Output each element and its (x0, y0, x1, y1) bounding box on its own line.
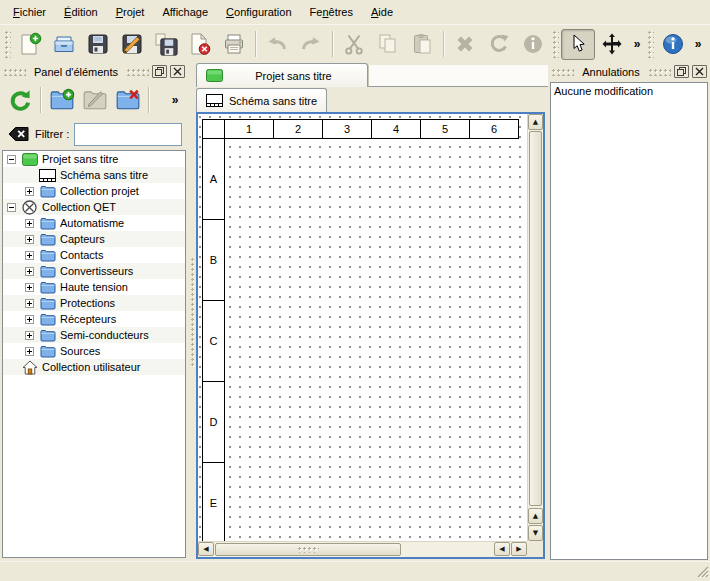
tree-item-recepteurs[interactable]: Récepteurs (3, 311, 185, 327)
dock-close-button[interactable] (170, 65, 185, 78)
scroll-left-button[interactable]: ◀ (198, 542, 214, 556)
project-tab[interactable]: Projet sans titre (196, 63, 368, 87)
toolbar-separator (443, 31, 444, 57)
dock-grip[interactable] (126, 68, 149, 76)
tree-expander-plus[interactable] (24, 283, 35, 292)
tree-item-projet-sans-titre[interactable]: Projet sans titre (3, 151, 185, 167)
menu-affichage[interactable]: Affichage (153, 2, 217, 22)
scroll-up-button[interactable]: ▲ (528, 114, 543, 130)
tree-expander-plus[interactable] (24, 219, 35, 228)
tree-item-contacts[interactable]: Contacts (3, 247, 185, 263)
save-icon (86, 32, 110, 56)
dock-float-button[interactable] (152, 65, 167, 78)
tree-item-convertisseurs[interactable]: Convertisseurs (3, 263, 185, 279)
tree-item-schema-sans-titre[interactable]: Schéma sans titre (3, 167, 185, 183)
cut-icon (342, 32, 366, 56)
folder-blue-icon (38, 329, 57, 342)
toolbar-separator (148, 87, 149, 113)
row-header-A: A (202, 139, 225, 220)
filter-input[interactable] (74, 123, 182, 146)
save-as-button[interactable] (115, 29, 149, 60)
tree-expander-minus[interactable] (6, 155, 17, 164)
tree-item-capteurs[interactable]: Capteurs (3, 231, 185, 247)
reload-collections-button[interactable] (3, 84, 36, 116)
delete-category-button[interactable] (111, 84, 144, 116)
toolbar-separator (255, 31, 256, 57)
tree-expander-plus[interactable] (24, 299, 35, 308)
scrollbar-corner (527, 541, 543, 557)
tree-item-collection-projet[interactable]: Collection projet (3, 183, 185, 199)
copy-button (371, 29, 405, 60)
tree-expander-plus[interactable] (24, 187, 35, 196)
delete-category-icon (115, 87, 141, 113)
diagram-frame: 123456 ABCDE (202, 119, 519, 139)
tree-item-collection-utilisateur[interactable]: Collection utilisateur (3, 359, 185, 375)
tree-item-protections[interactable]: Protections (3, 295, 185, 311)
tree-item-label: Projet sans titre (42, 153, 118, 165)
move-mode-button[interactable] (595, 29, 629, 60)
tree-expander-plus[interactable] (24, 251, 35, 260)
about-info-button[interactable] (656, 29, 690, 60)
frame-corner-cell (202, 119, 225, 139)
menu-projet[interactable]: Projet (107, 2, 154, 22)
schema-tab[interactable]: Schéma sans titre (196, 88, 327, 112)
main-toolbar: » » (0, 25, 710, 63)
save-button[interactable] (81, 29, 115, 60)
row-header-C: C (202, 301, 225, 382)
undo-history-item[interactable]: Aucune modification (551, 83, 707, 100)
open-project-icon (52, 32, 76, 56)
scroll-down-button[interactable]: ▼ (528, 525, 543, 541)
tree-item-haute-tension[interactable]: Haute tension (3, 279, 185, 295)
tree-expander-plus[interactable] (24, 331, 35, 340)
dock-grip[interactable] (3, 68, 26, 76)
dock-float-button[interactable] (674, 65, 689, 78)
horizontal-scroll-thumb[interactable] (215, 543, 401, 556)
tree-expander-plus[interactable] (24, 315, 35, 324)
splitter-grip (190, 257, 194, 367)
tree-item-automatisme[interactable]: Automatisme (3, 215, 185, 231)
tree-expander-plus[interactable] (24, 267, 35, 276)
panel-splitter[interactable] (188, 62, 196, 562)
toolbar-overflow-button[interactable]: » (629, 30, 645, 58)
print-button[interactable] (217, 29, 251, 60)
toolbar-overflow-button[interactable]: » (690, 30, 706, 58)
save-as-icon (120, 32, 144, 56)
menu-fenetres[interactable]: Fenêtres (301, 2, 362, 22)
scroll-left-button[interactable]: ◀ (494, 542, 510, 556)
dock-grip[interactable] (648, 68, 671, 76)
tree-item-semiconducteurs[interactable]: Semi-conducteurs (3, 327, 185, 343)
panel-toolbar-overflow-button[interactable]: » (167, 86, 183, 114)
elements-panel-toolbar: » (0, 81, 188, 119)
tree-item-collection-qet[interactable]: Collection QET (3, 199, 185, 215)
scroll-up-button[interactable]: ▲ (528, 508, 543, 524)
toolbar-handle[interactable] (647, 30, 654, 58)
select-mode-button[interactable] (561, 29, 595, 60)
menu-configuration[interactable]: Configuration (217, 2, 300, 22)
close-file-button[interactable] (183, 29, 217, 60)
menu-aide[interactable]: Aide (362, 2, 402, 22)
paste-icon (410, 32, 434, 56)
folder-blue-icon (38, 217, 57, 230)
dock-grip[interactable] (551, 68, 574, 76)
menu-edition[interactable]: Édition (55, 2, 107, 22)
tree-expander-plus[interactable] (24, 347, 35, 356)
clear-filter-button[interactable] (6, 125, 30, 144)
tree-expander-minus[interactable] (6, 203, 17, 212)
new-document-icon (18, 32, 42, 56)
open-project-button[interactable] (47, 29, 81, 60)
resize-grip-icon[interactable] (696, 565, 709, 580)
toolbar-handle[interactable] (552, 30, 559, 58)
vertical-scroll-thumb[interactable] (529, 131, 542, 506)
scroll-right-button[interactable]: ▶ (511, 542, 527, 556)
menu-fichier[interactable]: Fichier (4, 2, 55, 22)
tree-expander-plus[interactable] (24, 235, 35, 244)
toolbar-handle[interactable] (4, 30, 11, 58)
tree-item-label: Collection utilisateur (42, 361, 140, 373)
dock-close-button[interactable] (692, 65, 707, 78)
tree-item-sources[interactable]: Sources (3, 343, 185, 359)
new-category-button[interactable] (45, 84, 78, 116)
save-all-button[interactable] (149, 29, 183, 60)
diagram-canvas[interactable]: 123456 ABCDE (198, 114, 527, 541)
new-document-button[interactable] (13, 29, 47, 60)
folder-blue-icon (38, 249, 57, 262)
